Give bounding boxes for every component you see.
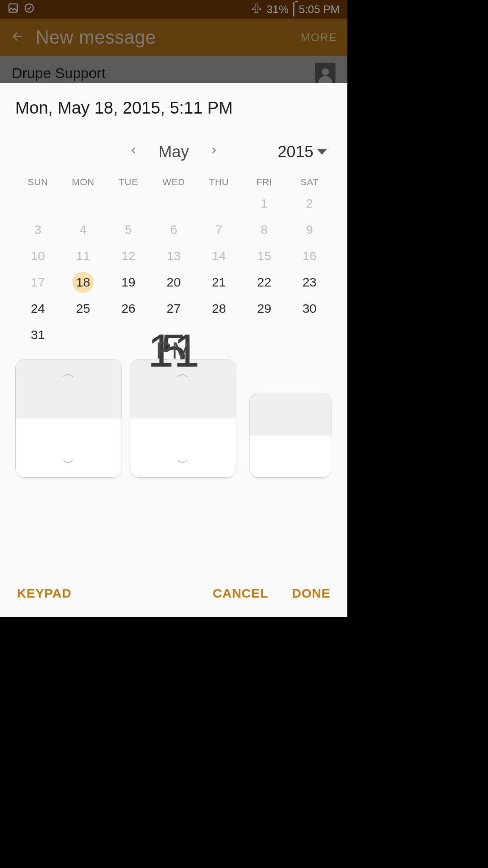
calendar-day[interactable]: 3: [15, 217, 61, 243]
cancel-button[interactable]: CANCEL: [213, 586, 268, 601]
calendar-day[interactable]: 19: [106, 269, 151, 295]
month-label[interactable]: May: [158, 143, 189, 161]
calendar-day: .: [106, 190, 151, 217]
chevron-down-icon[interactable]: ﹀: [177, 455, 189, 471]
recipient-name: Drupe Support: [12, 65, 105, 81]
calendar-day[interactable]: 26: [106, 295, 151, 322]
calendar-day: .: [151, 190, 197, 217]
calendar-day[interactable]: 24: [15, 295, 61, 322]
svg-point-1: [25, 4, 33, 12]
calendar-day[interactable]: 27: [151, 295, 197, 322]
calendar-day[interactable]: 13: [151, 243, 197, 269]
calendar-day[interactable]: 9: [287, 217, 332, 243]
year-label: 2015: [277, 143, 313, 161]
chevron-down-icon: [317, 149, 327, 155]
ampm-spinner[interactable]: PM: [249, 393, 332, 478]
dow-label: WED: [151, 171, 197, 190]
calendar-day[interactable]: 15: [241, 243, 287, 269]
chevron-up-icon[interactable]: ︿: [63, 365, 75, 381]
calendar-day[interactable]: 2: [287, 190, 332, 217]
calendar-day[interactable]: 31: [15, 322, 61, 348]
selected-datetime-header: Mon, May 18, 2015, 5:11 PM: [15, 98, 332, 117]
calendar-day: .: [196, 322, 241, 348]
airplane-mode-icon: [251, 3, 262, 17]
calendar-day[interactable]: 21: [196, 269, 241, 295]
calendar-day[interactable]: 6: [151, 217, 197, 243]
calendar-day[interactable]: 14: [196, 243, 241, 269]
page-title: New message: [36, 27, 156, 48]
calendar-day[interactable]: 22: [241, 269, 287, 295]
back-arrow-icon[interactable]: [10, 29, 25, 46]
dow-label: FRI: [241, 171, 287, 190]
calendar-day: .: [61, 322, 106, 348]
check-circle-icon: [24, 3, 35, 17]
recipient-avatar-icon[interactable]: [315, 63, 336, 83]
keypad-button[interactable]: KEYPAD: [17, 586, 72, 601]
hour-spinner[interactable]: ︿ ﹀ 5: [15, 359, 122, 478]
calendar-day[interactable]: 11: [61, 243, 106, 269]
chevron-down-icon[interactable]: ﹀: [63, 455, 75, 471]
calendar-day[interactable]: 20: [151, 269, 197, 295]
minute-spinner[interactable]: ︿ ﹀ 11: [130, 359, 236, 478]
calendar-day[interactable]: 10: [15, 243, 61, 269]
calendar-day: .: [287, 322, 332, 348]
year-selector[interactable]: 2015: [277, 143, 327, 161]
battery-icon: [293, 3, 294, 16]
next-month-button[interactable]: [209, 145, 218, 159]
calendar-day[interactable]: 1: [241, 190, 287, 217]
clock-time: 5:05 PM: [299, 3, 340, 16]
more-button[interactable]: MORE: [301, 31, 337, 44]
status-bar: 31% 5:05 PM: [0, 0, 347, 19]
calendar-day: .: [106, 322, 151, 348]
app-bar: New message MORE: [0, 19, 347, 56]
image-icon: [8, 3, 19, 17]
dow-label: TUE: [106, 171, 151, 190]
calendar-day[interactable]: 29: [241, 295, 287, 322]
dow-label: SUN: [15, 171, 61, 190]
battery-percent: 31%: [266, 3, 288, 16]
calendar-day[interactable]: 18: [61, 269, 106, 295]
calendar-day[interactable]: 30: [287, 295, 332, 322]
done-button[interactable]: DONE: [292, 586, 330, 601]
calendar-day[interactable]: 7: [196, 217, 241, 243]
dow-label: MON: [61, 171, 106, 190]
calendar-day[interactable]: 5: [106, 217, 151, 243]
calendar-day[interactable]: 17: [15, 269, 61, 295]
calendar-day[interactable]: 12: [106, 243, 151, 269]
calendar-day[interactable]: 4: [61, 217, 106, 243]
calendar-day[interactable]: 8: [241, 217, 287, 243]
calendar-day: .: [15, 190, 61, 217]
svg-rect-0: [9, 4, 17, 12]
calendar-day: .: [196, 190, 241, 217]
calendar-day[interactable]: 25: [61, 295, 106, 322]
svg-point-2: [322, 68, 329, 75]
calendar-day[interactable]: 16: [287, 243, 332, 269]
dow-label: THU: [196, 171, 241, 190]
calendar-day: .: [61, 190, 106, 217]
calendar-day[interactable]: 23: [287, 269, 332, 295]
datetime-picker-dialog: Mon, May 18, 2015, 5:11 PM May 2015 SUNM…: [0, 83, 347, 617]
calendar-grid: SUNMONTUEWEDTHUFRISAT .....1234567891011…: [15, 171, 332, 348]
calendar-day[interactable]: 28: [196, 295, 241, 322]
calendar-day: .: [241, 322, 287, 348]
prev-month-button[interactable]: [130, 145, 138, 159]
dow-label: SAT: [287, 171, 332, 190]
